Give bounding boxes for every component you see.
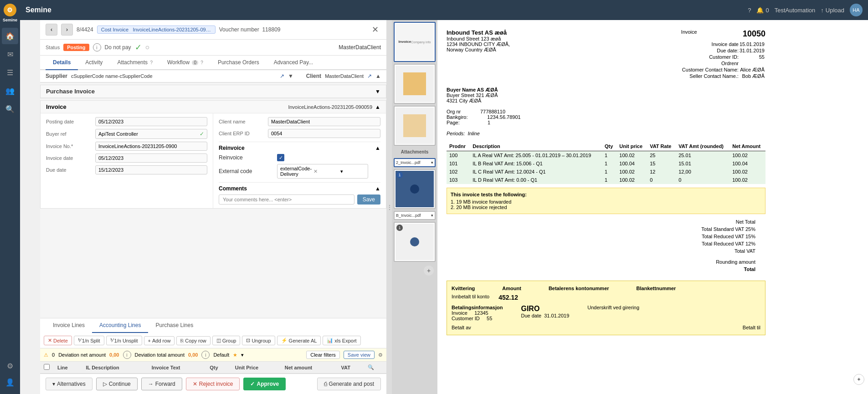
sidebar-item-user[interactable]: 👤	[2, 374, 18, 390]
due-date-input[interactable]	[95, 165, 207, 174]
client-collapse-icon[interactable]: ▲	[375, 73, 381, 79]
col-unit-price: Unit Price	[231, 362, 281, 374]
pdf-thumb-attach-1[interactable]: 1	[394, 169, 436, 209]
alternatives-button[interactable]: ▾ Alternatives	[46, 378, 92, 390]
help-button[interactable]: ?	[748, 7, 751, 14]
comments-input[interactable]	[219, 194, 354, 205]
reject-button[interactable]: ✕ Reject invoice	[186, 378, 240, 390]
tab-workflow[interactable]: Workflow 0 ?	[160, 56, 211, 70]
forward-button[interactable]: → Forward	[141, 378, 182, 390]
star-icon[interactable]: ★	[233, 352, 237, 358]
approve-button[interactable]: ✓ Approve	[243, 378, 286, 390]
pdf-thumb-attach-2[interactable]: 1	[394, 222, 436, 262]
tab-details[interactable]: Details	[46, 56, 78, 70]
tab-advanced-pay[interactable]: Advanced Pay...	[267, 56, 321, 70]
client-name-input[interactable]	[268, 117, 380, 126]
pdf-row-unit-price: 100.02	[616, 168, 647, 176]
chevron-down-icon[interactable]: ▾	[241, 352, 244, 358]
add-row-button[interactable]: + Add row	[144, 336, 175, 345]
prev-invoice-button[interactable]: ‹	[46, 24, 57, 36]
pdf-row-net-amount: 100.02	[729, 176, 765, 184]
sidebar-item-settings[interactable]: ⚙	[2, 358, 18, 374]
save-comment-button[interactable]: Save	[357, 194, 380, 205]
pdf-thumb-2[interactable]	[394, 64, 436, 104]
reject-x-icon: ✕	[193, 381, 197, 387]
pdf-thumb-3[interactable]	[394, 106, 436, 146]
sidebar-item-users[interactable]: 👥	[2, 82, 18, 99]
user-avatar[interactable]: HA	[850, 4, 863, 16]
tab-activity[interactable]: Activity	[78, 56, 110, 70]
attachments-help-icon[interactable]: ?	[150, 60, 153, 65]
pdf-row-prodnr: 100	[447, 151, 470, 160]
continue-button[interactable]: ▷ Continue	[96, 378, 138, 390]
invoice-section-value: InvoiceLineActions-20231205-090059	[288, 104, 372, 110]
client-link-icon[interactable]: ↗	[367, 73, 372, 79]
pdf-periods-value: Inline	[467, 131, 479, 136]
pdf-totals-table: Net Total Total Standard VAT 25% Total R…	[698, 218, 765, 273]
deviation-net-info-icon[interactable]: i	[123, 351, 131, 359]
clear-external-code-icon[interactable]: ✕	[313, 169, 338, 174]
invoice-no-input[interactable]	[95, 142, 207, 151]
buyer-ref-input[interactable]	[98, 131, 200, 137]
split-button[interactable]: ⅟ 1/n Split	[74, 336, 104, 345]
upload-button[interactable]: ↑ Upload	[821, 7, 844, 14]
invoice-counter: 8/4424	[77, 26, 93, 33]
tab-attachments[interactable]: Attachments ?	[110, 56, 160, 70]
next-invoice-button[interactable]: ›	[61, 24, 73, 36]
sidebar-item-list[interactable]: ☰	[2, 64, 18, 81]
receipt-payment-row: Betalingsinformasjon Invoice 12345 Custo…	[452, 305, 760, 321]
deviation-total-info-icon[interactable]: i	[201, 351, 210, 359]
test-automation-button[interactable]: TestAutomation	[775, 7, 816, 14]
ungroup-button[interactable]: ⊡ Ungroup	[242, 336, 275, 345]
pdf-row-vat-amt: 0	[676, 176, 729, 184]
attachment-chip-1[interactable]: 2_Invoic...pdf ▾	[394, 158, 436, 167]
table-settings-icon[interactable]: ⚙	[378, 352, 383, 358]
pdf-thumb-1[interactable]: Invoice Company info	[394, 22, 436, 62]
clear-filters-button[interactable]: Clear filters	[306, 351, 340, 359]
pdf-company-city: 1234 INBOUND CITY ÆØÅ,	[447, 41, 510, 47]
workflow-help-icon[interactable]: ?	[200, 60, 203, 65]
unsplit-button[interactable]: ⅟ 1/n Unsplit	[106, 336, 142, 345]
generate-post-button[interactable]: ⎙ Generate and post	[317, 378, 381, 390]
tab-invoice-lines[interactable]: Invoice Lines	[46, 318, 92, 333]
select-all-checkbox[interactable]	[44, 364, 50, 370]
delete-button[interactable]: ✕ Delete	[44, 336, 72, 345]
tab-purchase-lines[interactable]: Purchase Lines	[148, 318, 200, 333]
copy-row-button[interactable]: ⎘ Copy row	[176, 336, 210, 345]
attachment-chip-2[interactable]: B_Invoic...pdf ▾	[394, 211, 436, 220]
add-attachment-button[interactable]: +	[424, 266, 434, 276]
col-search[interactable]: 🔍	[364, 362, 386, 374]
invoice-section-title: Invoice	[46, 103, 67, 110]
pdf-due-date: 31.01.2019	[740, 48, 765, 53]
supplier-expand-icon[interactable]: ▼	[288, 73, 293, 79]
supplier-link-icon[interactable]: ↗	[280, 73, 284, 79]
external-code-dropdown[interactable]: externalCode-Delivery ✕ ▾	[277, 164, 368, 179]
purchase-invoice-header[interactable]: Purchase Invoice ▼	[41, 85, 386, 98]
chevron-down-icon: ▾	[340, 169, 365, 174]
pdf-due-date-label: Due date:	[682, 48, 739, 53]
close-button[interactable]: ✕	[369, 24, 381, 36]
scroll-up-button[interactable]: +	[853, 374, 864, 385]
panel-divider[interactable]: ⋮	[386, 20, 392, 394]
warning-icon: ⚠	[44, 352, 48, 358]
reinvoice-checkbox[interactable]: ✓	[277, 154, 284, 161]
sidebar-item-home[interactable]: 🏠	[2, 28, 18, 44]
generate-al-button[interactable]: ⚡ Generate AL	[277, 336, 321, 345]
client-erp-input[interactable]	[268, 129, 380, 138]
tab-accounting-lines[interactable]: Accounting Lines	[92, 318, 148, 333]
save-view-button[interactable]: Save view	[344, 351, 375, 359]
invoice-date-input[interactable]	[95, 154, 207, 163]
group-button[interactable]: ◫ Group	[212, 336, 241, 345]
pdf-invoice-document: Inbound Test AS æøå Inbound Street 123 æ…	[447, 29, 765, 335]
sidebar-item-search[interactable]: 🔍	[2, 101, 18, 117]
status-info-icon[interactable]: i	[93, 43, 101, 51]
sidebar-item-inbox[interactable]: ✉	[2, 46, 18, 62]
export-button[interactable]: 📊 xls Export	[323, 336, 360, 345]
pdf-company-address: Inbound Street 123 æøå	[447, 36, 510, 41]
tab-purchase-orders[interactable]: Purchase Orders	[211, 56, 267, 70]
col-line: Line	[54, 362, 82, 374]
notifications-button[interactable]: 🔔 0	[756, 7, 769, 14]
receipt-due-date: 31.01.2019	[544, 313, 569, 318]
supplier-label: Supplier	[46, 73, 67, 79]
posting-date-input[interactable]	[95, 117, 207, 126]
